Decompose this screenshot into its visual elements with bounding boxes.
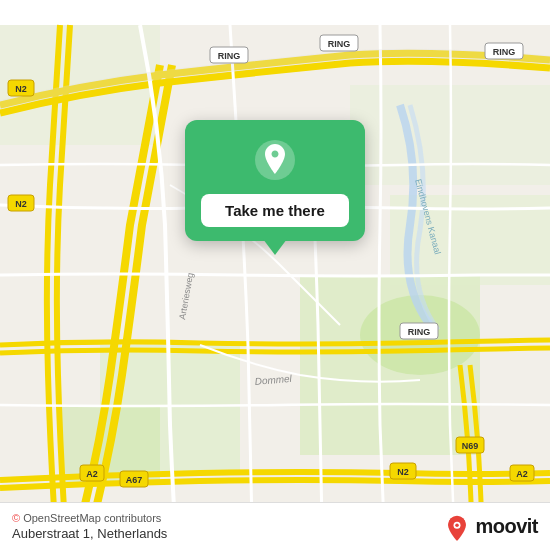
moovit-brand-icon — [443, 513, 471, 541]
osm-attribution: © OpenStreetMap contributors — [12, 512, 167, 524]
svg-text:N69: N69 — [462, 441, 479, 451]
svg-text:RING: RING — [328, 39, 351, 49]
popup-card: Take me there — [185, 120, 365, 241]
svg-text:N2: N2 — [15, 199, 27, 209]
svg-text:RING: RING — [408, 327, 431, 337]
svg-text:N2: N2 — [397, 467, 409, 477]
copyright-symbol: © — [12, 512, 20, 524]
svg-text:RING: RING — [218, 51, 241, 61]
take-me-there-button[interactable]: Take me there — [201, 194, 349, 227]
attribution-text: OpenStreetMap contributors — [23, 512, 161, 524]
map-container: RING RING RING RING N2 N2 N2 A2 A2 A67 N… — [0, 0, 550, 550]
svg-text:N2: N2 — [15, 84, 27, 94]
location-text: Auberstraat 1, Netherlands — [12, 526, 167, 541]
svg-point-36 — [456, 523, 460, 527]
svg-text:A67: A67 — [126, 475, 143, 485]
location-pin-icon — [253, 138, 297, 182]
moovit-logo: moovit — [443, 513, 538, 541]
svg-text:RING: RING — [493, 47, 516, 57]
svg-text:A2: A2 — [516, 469, 528, 479]
bottom-bar: © OpenStreetMap contributors Auberstraat… — [0, 502, 550, 550]
svg-text:A2: A2 — [86, 469, 98, 479]
moovit-wordmark: moovit — [475, 515, 538, 538]
